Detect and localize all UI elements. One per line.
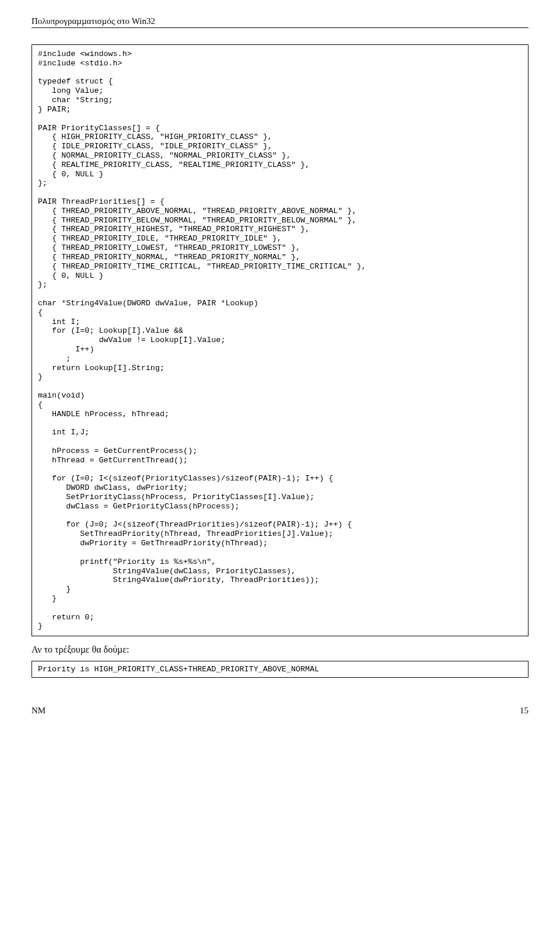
body-paragraph: Αν το τρέξουµε θα δούµε: xyxy=(32,644,528,655)
footer-page-number: 15 xyxy=(520,706,528,716)
output-listing: Priority is HIGH_PRIORITY_CLASS+THREAD_P… xyxy=(32,661,528,678)
page: Πολυπρογραµµατισµός στο Win32 #include <… xyxy=(0,0,560,727)
footer-author: NM xyxy=(32,706,46,716)
page-header: Πολυπρογραµµατισµός στο Win32 xyxy=(32,16,528,28)
page-footer: NM 15 xyxy=(32,706,528,716)
code-listing: #include <windows.h> #include <stdio.h> … xyxy=(32,44,528,636)
